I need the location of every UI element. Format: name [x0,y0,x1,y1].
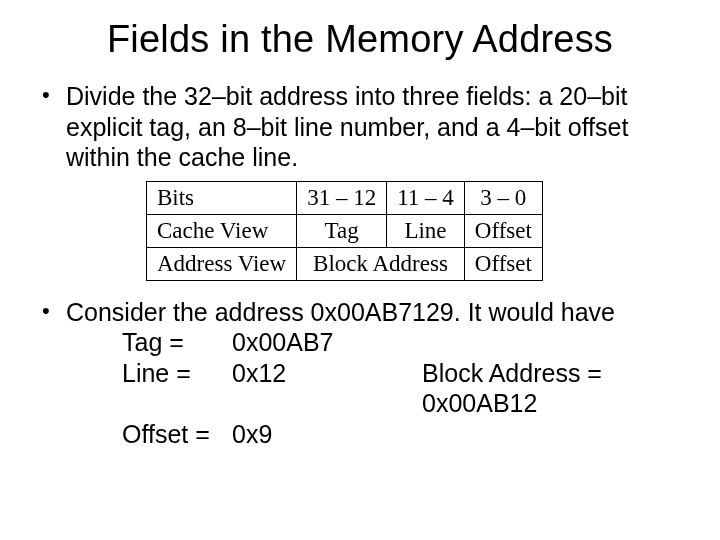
cell-offset-2: Offset [464,247,542,280]
table-row: Address View Block Address Offset [147,247,543,280]
cell-offset: Offset [464,214,542,247]
cell-line: Line [387,214,465,247]
address-fields-table: Bits 31 – 12 11 – 4 3 – 0 Cache View Tag… [146,181,543,281]
line-value: 0x12 [232,358,382,419]
cell-block-address: Block Address [297,247,465,280]
cell-bits-11-4: 11 – 4 [387,181,465,214]
example-row-offset: Offset = 0x9 [122,419,682,450]
offset-key: Offset = [122,419,232,450]
table-row: Bits 31 – 12 11 – 4 3 – 0 [147,181,543,214]
cell-cacheview-label: Cache View [147,214,297,247]
tag-key: Tag = [122,327,232,358]
cell-addrview-label: Address View [147,247,297,280]
bullet-2-lead: Consider the address 0x00AB7129. It woul… [66,298,615,326]
block-address-label: Block Address = 0x00AB12 [382,358,682,419]
cell-tag: Tag [297,214,387,247]
example-row-line: Line = 0x12 Block Address = 0x00AB12 [122,358,682,419]
example-row-tag: Tag = 0x00AB7 [122,327,682,358]
slide: Fields in the Memory Address Divide the … [0,0,720,540]
bullet-1-text: Divide the 32–bit address into three fie… [66,82,628,171]
cell-bits-label: Bits [147,181,297,214]
line-key: Line = [122,358,232,419]
table-row: Cache View Tag Line Offset [147,214,543,247]
cell-bits-31-12: 31 – 12 [297,181,387,214]
address-table-wrap: Bits 31 – 12 11 – 4 3 – 0 Cache View Tag… [146,181,682,281]
offset-value: 0x9 [232,419,382,450]
bullet-2: Consider the address 0x00AB7129. It woul… [38,297,682,450]
slide-title: Fields in the Memory Address [38,18,682,61]
cell-bits-3-0: 3 – 0 [464,181,542,214]
bullet-1: Divide the 32–bit address into three fie… [38,81,682,281]
example-block: Tag = 0x00AB7 Line = 0x12 Block Address … [122,327,682,449]
slide-body: Divide the 32–bit address into three fie… [38,81,682,449]
tag-value: 0x00AB7 [232,327,382,358]
